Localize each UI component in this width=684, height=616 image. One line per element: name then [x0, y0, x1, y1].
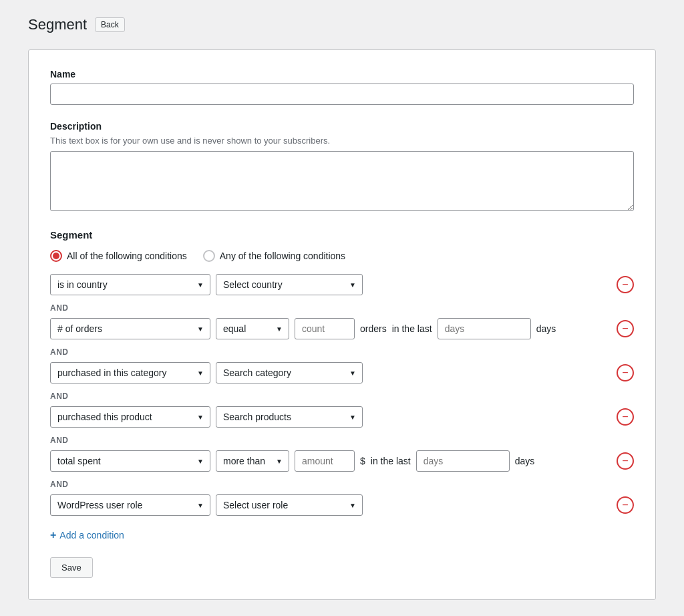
description-label: Description — [50, 121, 634, 132]
condition-row-2: # of orders ▼ equal greater than less th… — [50, 318, 634, 342]
condition-5-operator-wrap: more than less than equal ▼ — [216, 450, 289, 472]
dollar-sign-label: $ — [360, 456, 365, 466]
radio-all-label: All of the following conditions — [67, 251, 187, 261]
save-button[interactable]: Save — [50, 557, 93, 578]
remove-condition-1-button[interactable]: − — [617, 276, 634, 293]
condition-5-primary-select[interactable]: total spent — [50, 450, 210, 472]
condition-3-primary-select[interactable]: purchased in this category — [50, 362, 210, 383]
condition-2-primary-select[interactable]: # of orders — [50, 318, 210, 339]
condition-1-secondary-select[interactable]: Select country — [216, 274, 363, 295]
radio-all[interactable]: All of the following conditions — [50, 250, 187, 262]
back-button[interactable]: Back — [95, 17, 125, 32]
remove-condition-5-button[interactable]: − — [617, 452, 634, 470]
in-the-last-label-2: in the last — [371, 456, 411, 466]
remove-condition-3-button[interactable]: − — [617, 364, 634, 381]
and-label-2: AND — [50, 347, 634, 357]
description-desc: This text box is for your own use and is… — [50, 136, 634, 146]
radio-all-circle — [50, 250, 62, 262]
orders-label: orders — [360, 323, 387, 334]
days-label-1: days — [536, 323, 556, 334]
condition-6-secondary-wrap: Select user role Administrator Editor Au… — [216, 494, 363, 516]
remove-condition-6-button[interactable]: − — [617, 496, 634, 514]
condition-5-primary-wrap: total spent ▼ — [50, 450, 210, 472]
condition-row-5: total spent ▼ more than less than equal … — [50, 450, 634, 474]
segment-section-title: Segment — [50, 229, 634, 241]
condition-6-primary-wrap: WordPress user role ▼ — [50, 494, 210, 516]
condition-row-4: purchased this product ▼ Search products… — [50, 406, 634, 430]
name-input[interactable] — [50, 84, 634, 105]
days-label-2: days — [515, 456, 535, 466]
condition-1-primary-wrap: is in country is not in country ▼ — [50, 274, 210, 295]
in-the-last-label: in the last — [392, 323, 432, 334]
condition-2-primary-wrap: # of orders ▼ — [50, 318, 210, 339]
condition-1-primary-select[interactable]: is in country is not in country — [50, 274, 210, 295]
condition-2-days-input[interactable] — [438, 318, 531, 339]
condition-6-primary-select[interactable]: WordPress user role — [50, 494, 210, 516]
remove-condition-2-button[interactable]: − — [617, 320, 634, 337]
remove-condition-4-button[interactable]: − — [617, 408, 634, 426]
radio-any[interactable]: Any of the following conditions — [203, 250, 345, 262]
condition-2-count-input[interactable] — [295, 318, 355, 339]
condition-3-primary-wrap: purchased in this category ▼ — [50, 362, 210, 383]
condition-3-category-select[interactable]: Search category — [216, 362, 363, 383]
condition-type-radio-group: All of the following conditions Any of t… — [50, 250, 634, 262]
plus-icon: + — [50, 529, 56, 541]
and-label-4: AND — [50, 436, 634, 445]
condition-4-product-select[interactable]: Search products — [216, 406, 363, 428]
condition-4-primary-select[interactable]: purchased this product — [50, 406, 210, 428]
condition-5-days-input[interactable] — [416, 450, 510, 472]
and-label-5: AND — [50, 480, 634, 489]
condition-2-operator-select[interactable]: equal greater than less than — [216, 318, 289, 339]
condition-1-secondary-wrap: Select country ▼ — [216, 274, 363, 295]
conditions-list: is in country is not in country ▼ Select… — [50, 274, 634, 518]
condition-5-operator-select[interactable]: more than less than equal — [216, 450, 289, 472]
condition-5-amount-input[interactable] — [295, 450, 355, 472]
condition-4-primary-wrap: purchased this product ▼ — [50, 406, 210, 428]
page-title: Segment — [28, 16, 87, 33]
description-input[interactable] — [50, 151, 634, 211]
condition-4-secondary-wrap: Search products ▼ — [216, 406, 363, 428]
add-condition-button[interactable]: + Add a condition — [50, 529, 124, 541]
add-condition-label: Add a condition — [59, 530, 124, 541]
condition-row-6: WordPress user role ▼ Select user role A… — [50, 494, 634, 518]
radio-any-circle — [203, 250, 215, 262]
condition-2-secondary-wrap: equal greater than less than ▼ — [216, 318, 289, 339]
condition-6-role-select[interactable]: Select user role Administrator Editor Au… — [216, 494, 363, 516]
condition-3-secondary-wrap: Search category ▼ — [216, 362, 363, 383]
radio-any-label: Any of the following conditions — [220, 251, 345, 261]
and-label-3: AND — [50, 392, 634, 401]
condition-row-3: purchased in this category ▼ Search cate… — [50, 362, 634, 386]
and-label-1: AND — [50, 303, 634, 313]
name-label: Name — [50, 69, 634, 80]
condition-row-1: is in country is not in country ▼ Select… — [50, 274, 634, 298]
